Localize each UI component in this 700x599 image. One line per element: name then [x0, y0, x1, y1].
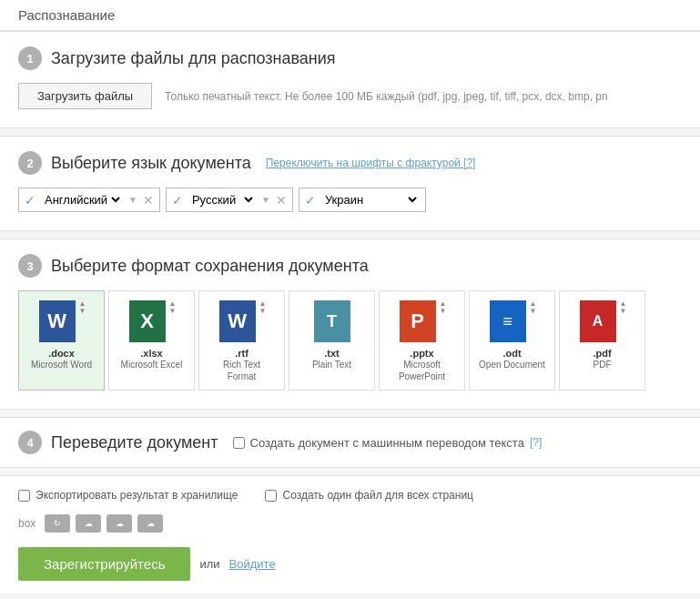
lang-russian-remove[interactable]: ✕: [276, 193, 287, 208]
single-file-label[interactable]: Создать один файл для всех страниц: [265, 489, 472, 502]
docx-arrows: ▲ ▼: [79, 300, 86, 315]
step2-title: Выберите язык документа: [51, 154, 251, 173]
step3-title: Выберите формат сохранения документа: [51, 257, 369, 276]
odt-ext: .odt: [502, 348, 521, 359]
step1-title: Загрузите файлы для распознавания: [51, 49, 336, 68]
step4-title: Переведите документ: [51, 433, 218, 452]
pdf-icon: A: [578, 299, 618, 344]
box-label: box: [18, 517, 36, 530]
pptx-icon: P: [398, 299, 438, 344]
upload-hint: Только печатный текст. Не более 100 МБ к…: [165, 90, 608, 103]
export-label[interactable]: Экспортировать результат в хранилище: [18, 489, 238, 502]
step3-number: 3: [18, 254, 42, 278]
rtf-down-arrow[interactable]: ▼: [259, 308, 267, 315]
upload-button[interactable]: Загрузить файлы: [18, 83, 152, 109]
step2-section: 2 Выберите язык документа Переключить на…: [0, 136, 700, 231]
register-button[interactable]: Зарегистрируйтесь: [18, 547, 190, 581]
checkbox-row: Экспортировать результат в хранилище Соз…: [18, 489, 682, 502]
step2-number: 2: [18, 151, 42, 175]
txt-ext: .txt: [324, 348, 340, 359]
translate-check-row: Создать документ с машинным переводом те…: [233, 436, 543, 450]
page-title: Распознавание: [18, 7, 115, 23]
odt-arrows: ▲ ▼: [530, 300, 537, 315]
pptx-ext: .pptx: [410, 348, 433, 359]
format-pptx[interactable]: P ▲ ▼ .pptx Microsoft PowerPoint: [379, 290, 465, 391]
cloud1-icon[interactable]: ☁: [76, 514, 101, 533]
docx-name: Microsoft Word: [31, 359, 92, 371]
pptx-name: Microsoft PowerPoint: [389, 359, 455, 382]
switch-font-link[interactable]: Переключить на шрифты с фрактурой [?]: [266, 157, 476, 169]
docx-icon: W: [37, 299, 77, 344]
rtf-arrows: ▲ ▼: [259, 300, 267, 315]
cloud3-icon[interactable]: ☁: [137, 514, 163, 533]
pdf-name: PDF: [593, 359, 612, 371]
docx-ext: .docx: [48, 348, 75, 359]
lang-russian-select[interactable]: Русский: [188, 192, 256, 208]
pdf-ext: .pdf: [593, 348, 611, 359]
main-content: 1 Загрузите файлы для распознавания Загр…: [0, 31, 700, 599]
translate-help[interactable]: [?]: [530, 436, 542, 449]
pdf-arrows: ▲ ▼: [620, 300, 627, 315]
lang-check-icon: ✓: [305, 193, 316, 208]
translate-label: Создать документ с машинным переводом те…: [250, 436, 524, 450]
or-text: или: [199, 557, 219, 571]
format-txt[interactable]: T .txt Plain Text: [289, 290, 375, 391]
register-row: Зарегистрируйтесь или Войдите: [18, 547, 682, 581]
lang-english-wrap: ✓ Английский ▼ ✕: [18, 188, 160, 212]
rtf-ext: .rtf: [235, 348, 249, 359]
refresh-icon[interactable]: ↻: [45, 514, 70, 533]
lang-ukrainian-select[interactable]: Украин: [321, 192, 420, 208]
step4-header: 4 Переведите документ Создать документ с…: [18, 431, 682, 454]
pptx-arrows: ▲ ▼: [440, 300, 447, 315]
docx-down-arrow[interactable]: ▼: [79, 308, 86, 315]
format-pdf[interactable]: A ▲ ▼ .pdf PDF: [559, 290, 645, 391]
xlsx-ext: .xlsx: [140, 348, 162, 359]
odt-icon: ≡: [488, 299, 528, 344]
step1-section: 1 Загрузите файлы для распознавания Загр…: [0, 31, 700, 128]
step2-header: 2 Выберите язык документа: [18, 151, 251, 175]
format-grid: W ▲ ▼ .docx Microsoft Word X ▲: [18, 290, 682, 391]
txt-icon: T: [312, 299, 352, 344]
login-link[interactable]: Войдите: [229, 557, 276, 571]
lang-english-select[interactable]: Английский: [41, 192, 123, 208]
lang-check-icon: ✓: [172, 193, 183, 208]
format-odt[interactable]: ≡ ▲ ▼ .odt Open Document: [469, 290, 555, 391]
lang-english-remove[interactable]: ✕: [143, 193, 154, 208]
xlsx-arrows: ▲ ▼: [169, 300, 177, 315]
xlsx-down-arrow[interactable]: ▼: [169, 308, 177, 315]
pptx-down-arrow[interactable]: ▼: [440, 308, 447, 315]
rtf-name: Rich Text Format: [208, 359, 275, 382]
language-row: ✓ Английский ▼ ✕ ✓ Русский ▼ ✕ ✓ Украин: [18, 188, 682, 212]
lang-ukrainian-wrap: ✓ Украин: [299, 188, 426, 212]
lang-russian-wrap: ✓ Русский ▼ ✕: [166, 188, 293, 212]
lang-chevron-icon: ▼: [128, 195, 137, 205]
xlsx-name: Microsoft Excel: [121, 359, 183, 371]
txt-name: Plain Text: [312, 359, 351, 371]
translate-checkbox[interactable]: [233, 437, 245, 449]
xlsx-icon: X: [127, 299, 167, 344]
step3-section: 3 Выберите формат сохранения документа W…: [0, 239, 700, 410]
lang-chevron-icon: ▼: [261, 195, 270, 205]
step1-header: 1 Загрузите файлы для распознавания: [18, 46, 682, 70]
storage-icons-row: box ↻ ☁ ☁ ☁: [18, 514, 682, 533]
step3-header: 3 Выберите формат сохранения документа: [18, 254, 682, 278]
format-xlsx[interactable]: X ▲ ▼ .xlsx Microsoft Excel: [108, 290, 195, 391]
step4-section: 4 Переведите документ Создать документ с…: [0, 417, 700, 468]
bottom-section: Экспортировать результат в хранилище Соз…: [0, 475, 700, 594]
page-header: Распознавание: [0, 0, 700, 31]
step1-number: 1: [18, 46, 42, 70]
odt-down-arrow[interactable]: ▼: [530, 308, 537, 315]
rtf-icon: W: [218, 299, 258, 344]
export-checkbox[interactable]: [18, 490, 30, 502]
format-rtf[interactable]: W ▲ ▼ .rtf Rich Text Format: [198, 290, 285, 391]
single-file-checkbox[interactable]: [265, 490, 277, 502]
cloud2-icon[interactable]: ☁: [107, 514, 132, 533]
odt-name: Open Document: [479, 359, 545, 371]
pdf-down-arrow[interactable]: ▼: [620, 308, 627, 315]
format-docx[interactable]: W ▲ ▼ .docx Microsoft Word: [18, 290, 105, 391]
step4-number: 4: [18, 431, 42, 454]
upload-row: Загрузить файлы Только печатный текст. Н…: [18, 83, 682, 109]
lang-check-icon: ✓: [25, 193, 36, 208]
